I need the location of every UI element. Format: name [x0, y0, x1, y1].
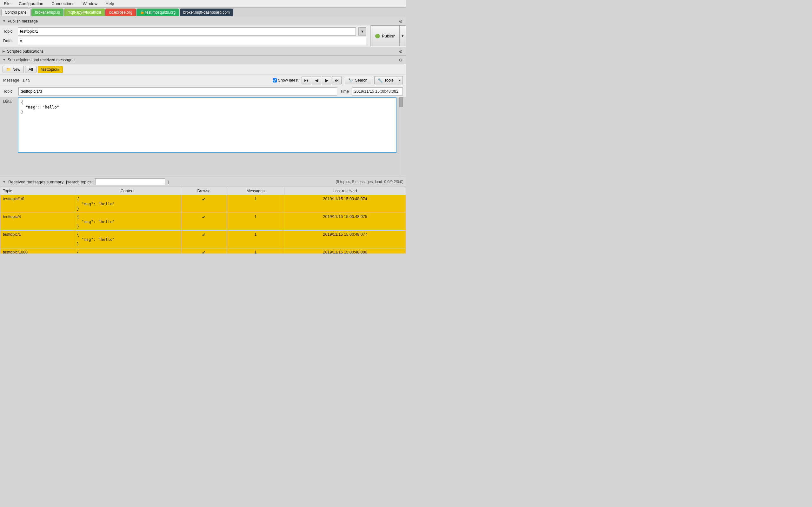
- topic-row: Topic ▼: [3, 27, 366, 36]
- menu-configuration[interactable]: Configuration: [17, 1, 45, 7]
- tab-broker-mqtt-dashboard[interactable]: broker.mqtt-dashboard.com: [180, 9, 233, 16]
- show-latest-label: Show latest: [278, 78, 299, 82]
- publish-dropdown-arrow[interactable]: ▼: [400, 25, 406, 46]
- row-messages: 1: [227, 248, 284, 254]
- data-input[interactable]: [18, 37, 366, 45]
- tab-iot-eclipse[interactable]: iot.eclipse.org: [105, 9, 136, 16]
- data-row: Data: [3, 37, 366, 45]
- tools-wrench-icon: 🔧: [378, 78, 383, 83]
- menu-connections[interactable]: Connections: [50, 1, 75, 7]
- nav-first-button[interactable]: ⏮: [302, 76, 311, 84]
- topic-dropdown-arrow[interactable]: ▼: [359, 27, 366, 36]
- col-content: Content: [74, 187, 181, 195]
- menu-file[interactable]: File: [3, 1, 12, 7]
- menu-help[interactable]: Help: [104, 1, 116, 7]
- show-latest-checkbox-group: Show latest: [273, 78, 299, 82]
- scripted-settings-gear[interactable]: ⚙: [398, 49, 403, 54]
- collapse-publish-icon[interactable]: ▼: [3, 19, 6, 23]
- col-messages: Messages: [227, 187, 284, 195]
- row-content: { "msg": "hello" }: [74, 213, 181, 231]
- tab-broker-emqx[interactable]: broker.emqx.io: [32, 9, 63, 16]
- scrollbar-thumb: [399, 97, 403, 107]
- summary-table-scroll[interactable]: Topic Content Browse Messages Last recei…: [0, 187, 406, 253]
- nav-prev-button[interactable]: ◀: [312, 76, 321, 84]
- table-row[interactable]: testtopic/1000{✔12019/11/15 15:00:48:080: [0, 248, 406, 254]
- tab-mqtt-spy[interactable]: mqtt-spy@localhost: [64, 9, 105, 16]
- message-label: Message: [3, 78, 19, 82]
- row-content: {: [74, 248, 181, 254]
- subscriptions-title: Subscriptions and received messages: [8, 58, 74, 62]
- show-latest-checkbox[interactable]: [273, 78, 277, 82]
- topic-input[interactable]: [18, 27, 356, 36]
- menu-window[interactable]: Window: [82, 1, 99, 7]
- message-topic-row: Topic Time 2019/11/15 15:00:48:082: [0, 86, 406, 97]
- scripted-publications-panel: ▶ Scripted publications ⚙: [0, 47, 406, 56]
- scripted-publications-header: ▶ Scripted publications ⚙: [0, 47, 406, 56]
- publish-button[interactable]: 🟢 Publish: [371, 25, 400, 46]
- row-topic: testtopic/1: [0, 231, 74, 248]
- row-messages: 1: [227, 213, 284, 231]
- row-last-received: 2019/11/15 15:00:48:075: [284, 213, 406, 231]
- row-content: { "msg": "hello" }: [74, 231, 181, 248]
- data-label: Data: [3, 39, 15, 43]
- nav-first-icon: ⏮: [304, 78, 309, 83]
- message-topic-input[interactable]: [18, 87, 337, 96]
- message-data-textarea[interactable]: [18, 97, 396, 153]
- summary-panel: ▼ Received messages summary [search topi…: [0, 177, 406, 253]
- nav-last-button[interactable]: ⏭: [332, 76, 341, 84]
- message-nav-bar: Message 1 / 5 Show latest ⏮ ◀ ▶: [0, 75, 406, 86]
- publish-icon: 🟢: [375, 34, 380, 38]
- data-scrollbar[interactable]: [399, 97, 403, 175]
- tab-bar: Control panel broker.emqx.io mqtt-spy@lo…: [0, 8, 406, 17]
- collapse-summary-icon[interactable]: ▼: [3, 180, 6, 184]
- sub-tabs-bar: 📁 New All testtopic/#: [0, 64, 406, 75]
- expand-scripted-icon[interactable]: ▶: [3, 50, 5, 53]
- col-browse: Browse: [181, 187, 227, 195]
- table-row[interactable]: testtopic/1{ "msg": "hello" }✔12019/11/1…: [0, 231, 406, 248]
- nav-next-button[interactable]: ▶: [322, 76, 331, 84]
- testtopic-tab[interactable]: testtopic/#: [38, 66, 63, 73]
- all-tab[interactable]: All: [25, 66, 37, 73]
- row-topic: testtopic/1000: [0, 248, 74, 254]
- summary-table: Topic Content Browse Messages Last recei…: [0, 187, 406, 253]
- main-content: ▼ Publish message ⚙ Topic ▼ Data 🟢: [0, 17, 406, 253]
- col-last-received: Last received: [284, 187, 406, 195]
- summary-header: ▼ Received messages summary [search topi…: [0, 177, 406, 187]
- new-subscription-button[interactable]: 📁 New: [3, 66, 24, 73]
- time-value: 2019/11/15 15:00:48:082: [352, 87, 403, 96]
- publish-message-panel: ▼ Publish message ⚙ Topic ▼ Data 🟢: [0, 17, 406, 47]
- row-messages: 1: [227, 231, 284, 248]
- row-browse[interactable]: ✔: [181, 231, 227, 248]
- summary-stats: (5 topics, 5 messages, load: 0.0/0.2/0.0…: [336, 180, 403, 184]
- menu-bar: File Configuration Connections Window He…: [0, 0, 406, 8]
- row-browse[interactable]: ✔: [181, 213, 227, 231]
- col-topic: Topic: [0, 187, 74, 195]
- table-row[interactable]: testtopic/1/0{ "msg": "hello" }✔12019/11…: [0, 195, 406, 213]
- folder-icon: 📁: [6, 67, 11, 72]
- search-button[interactable]: 🔭 Search: [345, 77, 371, 84]
- row-browse[interactable]: ✔: [181, 195, 227, 213]
- row-content: { "msg": "hello" }: [74, 195, 181, 213]
- time-label: Time: [340, 89, 349, 94]
- nav-last-icon: ⏭: [335, 78, 339, 83]
- publish-message-title: Publish message: [8, 19, 38, 23]
- lock-icon: 🔒: [140, 10, 145, 14]
- nav-prev-icon: ◀: [315, 78, 318, 83]
- publish-settings-gear[interactable]: ⚙: [398, 19, 403, 24]
- summary-title: Received messages summary: [8, 180, 63, 184]
- table-row[interactable]: testtopic/4{ "msg": "hello" }✔12019/11/1…: [0, 213, 406, 231]
- subscriptions-settings-gear[interactable]: ⚙: [398, 57, 403, 62]
- nav-btn-group: ⏮ ◀ ▶ ⏭: [302, 76, 341, 84]
- tab-test-mosquitto[interactable]: 🔒 test.mosquitto.org: [137, 9, 179, 16]
- message-topic-label: Topic: [3, 89, 15, 94]
- publish-message-header: ▼ Publish message ⚙: [0, 17, 406, 25]
- row-last-received: 2019/11/15 15:00:48:077: [284, 231, 406, 248]
- tools-button[interactable]: 🔧 Tools: [374, 76, 397, 84]
- collapse-subscriptions-icon[interactable]: ▼: [3, 58, 6, 62]
- message-count: 1 / 5: [22, 78, 30, 82]
- row-browse[interactable]: ✔: [181, 248, 227, 254]
- tools-dropdown-arrow[interactable]: ▼: [397, 76, 403, 84]
- tools-btn-group: 🔧 Tools ▼: [374, 76, 403, 84]
- search-topics-input[interactable]: [95, 178, 165, 185]
- tab-control-panel[interactable]: Control panel: [1, 9, 31, 16]
